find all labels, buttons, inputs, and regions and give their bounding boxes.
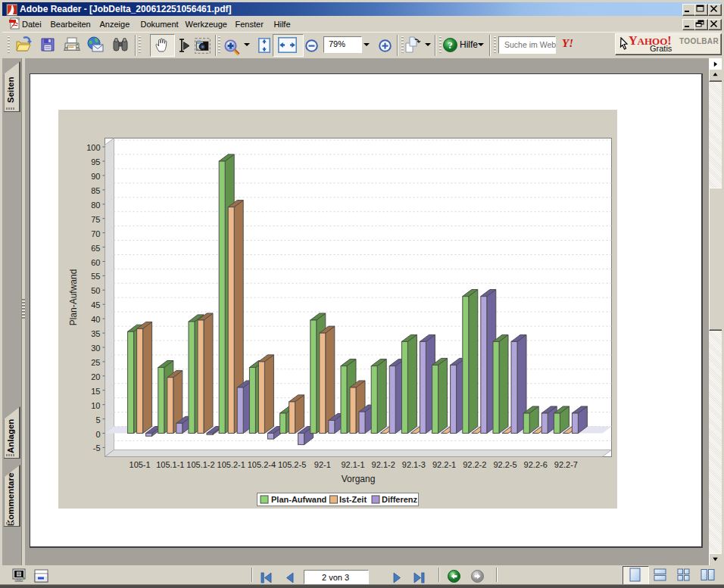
svg-text:Differenz: Differenz [382, 495, 418, 504]
svg-text:65: 65 [91, 244, 100, 253]
svg-text:80: 80 [91, 201, 100, 210]
svg-text:60: 60 [91, 258, 100, 267]
svg-text:85: 85 [91, 186, 100, 195]
svg-text:105.2-1: 105.2-1 [217, 460, 245, 469]
svg-text:25: 25 [91, 358, 100, 367]
svg-text:92.2-6: 92.2-6 [524, 460, 548, 469]
svg-text:92-1: 92-1 [314, 460, 331, 469]
svg-text:105.1-1: 105.1-1 [156, 460, 184, 469]
svg-text:105.2-5: 105.2-5 [278, 460, 306, 469]
svg-text:92.1-3: 92.1-3 [402, 460, 426, 469]
svg-text:40: 40 [91, 315, 100, 324]
svg-text:20: 20 [91, 372, 100, 381]
svg-text:105-1: 105-1 [130, 460, 151, 469]
svg-text:30: 30 [91, 344, 100, 353]
svg-text:15: 15 [91, 387, 100, 396]
svg-text:0: 0 [95, 430, 100, 439]
svg-text:-5: -5 [93, 443, 101, 453]
svg-text:75: 75 [91, 215, 100, 224]
svg-text:10: 10 [91, 401, 100, 410]
svg-text:50: 50 [91, 286, 100, 295]
svg-text:55: 55 [91, 272, 100, 281]
svg-text:?: ? [448, 39, 453, 51]
svg-text:Vorgang: Vorgang [342, 474, 376, 484]
svg-text:Ist-Zeit: Ist-Zeit [339, 495, 367, 504]
svg-text:92.2-1: 92.2-1 [432, 460, 456, 469]
svg-text:105.1-2: 105.1-2 [186, 460, 214, 469]
svg-text:45: 45 [91, 300, 100, 310]
svg-text:92.1-2: 92.1-2 [372, 460, 395, 469]
svg-text:100: 100 [86, 143, 100, 152]
svg-text:92.2-7: 92.2-7 [554, 460, 578, 469]
svg-text:90: 90 [91, 172, 100, 181]
svg-text:95: 95 [91, 157, 100, 166]
svg-text:92.2-2: 92.2-2 [463, 460, 486, 469]
svg-text:92.2-5: 92.2-5 [493, 460, 516, 469]
svg-text:105.2-4: 105.2-4 [248, 460, 276, 469]
svg-text:Plan-Aufwand: Plan-Aufwand [271, 495, 326, 504]
svg-text:35: 35 [91, 329, 100, 338]
svg-text:5: 5 [95, 415, 100, 425]
svg-text:92.1-1: 92.1-1 [341, 460, 364, 469]
svg-text:Plan-Aufwand: Plan-Aufwand [68, 269, 79, 326]
svg-text:70: 70 [91, 229, 100, 238]
